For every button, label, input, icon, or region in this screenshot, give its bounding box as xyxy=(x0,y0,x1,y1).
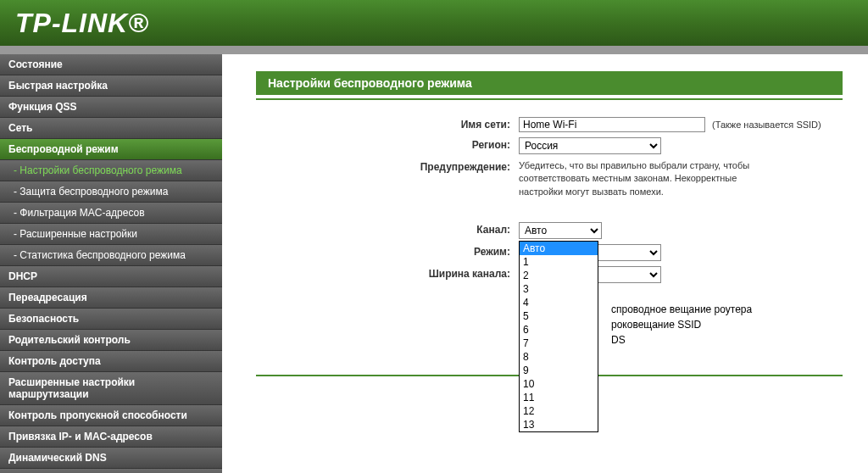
channel-select[interactable]: Авто xyxy=(519,222,602,239)
wds-checkbox-label: DS xyxy=(611,334,626,346)
warning-text: Убедитесь, что вы правильно выбрали стра… xyxy=(519,159,773,198)
width-label: Ширина канала: xyxy=(256,266,519,280)
channel-option-9[interactable]: 9 xyxy=(520,364,598,377)
channel-option-11[interactable]: 11 xyxy=(520,391,598,404)
ssid-label: Имя сети: xyxy=(256,117,519,131)
channel-option-13[interactable]: 13 xyxy=(520,418,598,431)
app-header: TP-LINK® xyxy=(0,0,868,54)
brand-logo: TP-LINK® xyxy=(15,8,149,39)
sidebar-item-12[interactable]: Безопасность xyxy=(0,309,222,330)
sidebar-item-6[interactable]: - Защита беспроводного режима xyxy=(0,181,222,203)
channel-option-4[interactable]: 4 xyxy=(520,296,598,309)
channel-option-7[interactable]: 7 xyxy=(520,337,598,350)
sidebar-item-1[interactable]: Быстрая настройка xyxy=(0,75,222,97)
channel-option-5[interactable]: 5 xyxy=(520,309,598,323)
channel-option-10[interactable]: 10 xyxy=(520,377,598,391)
warning-label: Предупреждение: xyxy=(256,159,519,173)
sidebar-item-5[interactable]: - Настройки беспроводного режима xyxy=(0,160,222,181)
sidebar-item-11[interactable]: Переадресация xyxy=(0,287,222,309)
channel-label: Канал: xyxy=(256,222,519,236)
sidebar-item-14[interactable]: Контроль доступа xyxy=(0,351,222,372)
channel-dropdown-list[interactable]: Авто12345678910111213 xyxy=(519,241,598,432)
ssid-broadcast-checkbox-label: роковещание SSID xyxy=(611,319,701,331)
sidebar-item-3[interactable]: Сеть xyxy=(0,118,222,139)
channel-option-12[interactable]: 12 xyxy=(520,404,598,418)
sidebar-nav: СостояниеБыстрая настройкаФункция QSSСет… xyxy=(0,54,222,473)
sidebar-item-15[interactable]: Расширенные настройки маршрутизации xyxy=(0,372,222,405)
region-label: Регион: xyxy=(256,137,519,151)
sidebar-item-4[interactable]: Беспроводной режим xyxy=(0,139,222,160)
channel-option-Авто[interactable]: Авто xyxy=(520,242,598,255)
sidebar-item-9[interactable]: - Статистика беспроводного режима xyxy=(0,245,222,266)
channel-option-3[interactable]: 3 xyxy=(520,282,598,296)
channel-option-8[interactable]: 8 xyxy=(520,350,598,364)
sidebar-item-17[interactable]: Привязка IP- и MAC-адресов xyxy=(0,426,222,448)
sidebar-item-2[interactable]: Функция QSS xyxy=(0,97,222,118)
ssid-input[interactable] xyxy=(519,117,705,132)
main-content: Настройки беспроводного режима Имя сети:… xyxy=(222,54,868,473)
mode-label: Режим: xyxy=(256,244,519,258)
sidebar-item-16[interactable]: Контроль пропускной способности xyxy=(0,405,222,426)
divider xyxy=(256,98,843,100)
sidebar-item-8[interactable]: - Расширенные настройки xyxy=(0,224,222,245)
region-select[interactable]: Россия xyxy=(519,137,661,154)
sidebar-item-7[interactable]: - Фильтрация MAC-адресов xyxy=(0,203,222,224)
channel-option-6[interactable]: 6 xyxy=(520,323,598,337)
sidebar-item-13[interactable]: Родительский контроль xyxy=(0,330,222,351)
sidebar-item-19[interactable]: Системные инструменты xyxy=(0,469,222,473)
sidebar-item-18[interactable]: Динамический DNS xyxy=(0,448,222,469)
sidebar-item-0[interactable]: Состояние xyxy=(0,54,222,75)
broadcast-checkbox-label: спроводное вещание роутера xyxy=(611,303,752,315)
section-title: Настройки беспроводного режима xyxy=(256,71,843,95)
channel-option-2[interactable]: 2 xyxy=(520,269,598,282)
ssid-hint: (Также называется SSID) xyxy=(712,120,821,130)
sidebar-item-10[interactable]: DHCP xyxy=(0,266,222,287)
channel-option-1[interactable]: 1 xyxy=(520,255,598,269)
